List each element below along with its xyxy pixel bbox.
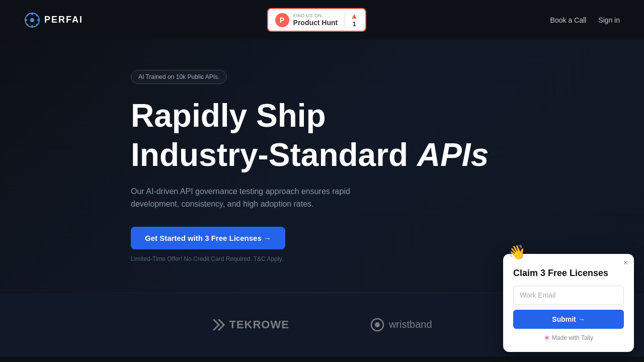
svg-point-1 xyxy=(30,18,34,22)
hero-title-italic: APIs xyxy=(417,137,489,173)
popup-close-button[interactable]: × xyxy=(623,259,628,267)
ph-find-us-label: FIND US ON xyxy=(293,13,338,19)
wristband-logo: wristband xyxy=(370,317,432,332)
ph-score: ▲ 1 xyxy=(345,12,358,28)
ph-arrow-icon: ▲ xyxy=(350,12,358,20)
popup-wave-emoji: 👋 xyxy=(508,244,526,260)
ph-logo-icon: P xyxy=(275,13,289,27)
svg-point-2 xyxy=(31,13,33,15)
wristband-icon xyxy=(370,317,385,332)
hero-badge: AI Trained on 10k Public APIs. xyxy=(131,70,227,84)
tekrowe-logo-item: TEKROWE xyxy=(212,318,289,332)
svg-point-5 xyxy=(37,19,39,21)
ph-label: Product Hunt xyxy=(293,19,338,27)
logo-text: PERFAI xyxy=(44,15,83,25)
tekrowe-logo: TEKROWE xyxy=(212,318,289,332)
svg-point-3 xyxy=(31,25,33,27)
svg-point-11 xyxy=(375,322,380,327)
popup-footer: ✳ Made with Tally xyxy=(513,334,624,342)
nav-links: Book a Call Sign in xyxy=(550,16,620,24)
ph-text-group: FIND US ON Product Hunt xyxy=(293,13,338,27)
tally-icon: ✳ xyxy=(544,334,550,342)
popup-title: Claim 3 Free Licenses xyxy=(513,268,624,279)
popup-submit-label: Submit → xyxy=(552,315,585,323)
popup-footer-label: Made with Tally xyxy=(552,334,593,341)
svg-point-4 xyxy=(25,19,27,21)
hero-badge-text: AI Trained on 10k Public APIs. xyxy=(138,73,219,80)
hero-title-regular: Industry-Standard xyxy=(131,137,417,173)
wristband-name: wristband xyxy=(389,319,432,330)
wristband-logo-item: wristband xyxy=(370,317,432,332)
popup-submit-button[interactable]: Submit → xyxy=(513,310,624,329)
why-section: Why API Governance? A set of rules aimed… xyxy=(0,356,644,362)
hero-title-line2: Industry-Standard APIs xyxy=(131,137,620,172)
ph-score-number: 1 xyxy=(353,20,356,28)
svg-point-7 xyxy=(36,15,38,16)
tekrowe-icon xyxy=(212,318,226,332)
navbar: PERFAI P FIND US ON Product Hunt ▲ 1 Boo… xyxy=(0,0,644,40)
svg-point-6 xyxy=(27,15,29,16)
sign-in-link[interactable]: Sign in xyxy=(598,16,620,24)
hero-description: Our AI-driven API governance testing app… xyxy=(131,185,372,211)
product-hunt-badge[interactable]: P FIND US ON Product Hunt ▲ 1 xyxy=(267,8,367,32)
svg-point-9 xyxy=(36,24,38,25)
book-call-link[interactable]: Book a Call xyxy=(550,16,587,24)
popup-email-input[interactable] xyxy=(513,286,624,305)
logo[interactable]: PERFAI xyxy=(24,12,83,28)
popup-overlay: 👋 × Claim 3 Free Licenses Submit → ✳ Mad… xyxy=(503,254,634,352)
tekrowe-name: TEKROWE xyxy=(229,318,289,331)
cta-button[interactable]: Get Started with 3 Free Licenses → xyxy=(131,227,285,249)
svg-point-8 xyxy=(27,24,29,25)
hero-title-line1: Rapidly Ship xyxy=(131,98,620,133)
